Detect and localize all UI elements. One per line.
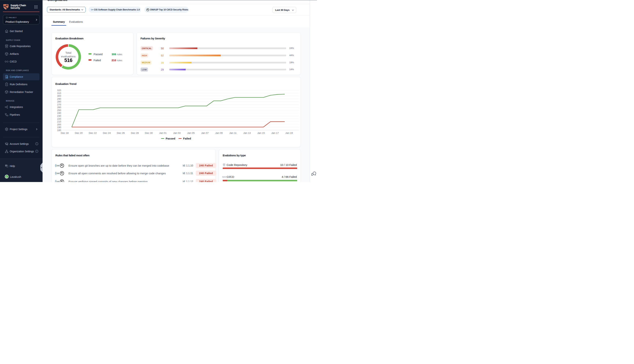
- svg-text:300: 300: [57, 94, 61, 97]
- svg-text:Jan 11: Jan 11: [229, 132, 237, 134]
- svg-text:260: 260: [57, 106, 61, 109]
- svg-text:516: 516: [64, 58, 73, 63]
- svg-text:Passed: Passed: [166, 137, 175, 140]
- svg-text:Jan 07: Jan 07: [201, 132, 209, 134]
- svg-text:280: 280: [57, 100, 61, 103]
- svg-text:Jan 17: Jan 17: [271, 132, 279, 134]
- svg-text:?: ?: [6, 165, 7, 166]
- svg-text:Dec 24: Dec 24: [103, 132, 111, 134]
- svg-text:320: 320: [57, 89, 61, 92]
- svg-text:Dec 28: Dec 28: [131, 132, 139, 134]
- svg-text:CIS: CIS: [57, 181, 59, 182]
- svg-text:CIS: CIS: [92, 9, 93, 10]
- svg-text:270: 270: [57, 103, 61, 106]
- svg-text:210: 210: [57, 120, 61, 123]
- svg-text:Dec 18: Dec 18: [61, 132, 69, 134]
- svg-text:Jan 09: Jan 09: [215, 132, 223, 134]
- svg-text:200: 200: [57, 123, 61, 126]
- svg-text:240: 240: [57, 112, 61, 114]
- svg-text:290: 290: [57, 97, 61, 100]
- svg-text:Jan 03: Jan 03: [173, 132, 181, 134]
- svg-text:180: 180: [57, 129, 61, 132]
- svg-text:Dec 26: Dec 26: [117, 132, 125, 134]
- svg-text:CIS: CIS: [57, 172, 59, 174]
- svg-text:220: 220: [57, 117, 61, 120]
- svg-text:230: 230: [57, 114, 61, 117]
- svg-text:Failed: Failed: [94, 59, 101, 62]
- svg-text:CIS: CIS: [57, 165, 59, 166]
- svg-text:rules: rules: [117, 53, 122, 56]
- svg-text:Jan 19: Jan 19: [285, 132, 293, 134]
- svg-text:Jan 15: Jan 15: [257, 132, 265, 134]
- svg-text:306: 306: [112, 52, 116, 56]
- svg-text:Jan 05: Jan 05: [187, 132, 195, 134]
- svg-text:Failed: Failed: [183, 137, 191, 140]
- svg-text:310: 310: [57, 92, 61, 94]
- svg-text:Dec 22: Dec 22: [89, 132, 97, 134]
- svg-text:250: 250: [57, 109, 61, 112]
- svg-text:rules: rules: [117, 59, 122, 62]
- svg-text:190: 190: [57, 126, 61, 129]
- svg-text:Passed: Passed: [94, 52, 103, 56]
- svg-text:Jan 13: Jan 13: [243, 132, 251, 134]
- svg-text:Dec 20: Dec 20: [75, 132, 83, 134]
- svg-text:210: 210: [112, 59, 116, 62]
- svg-text:Jan 01: Jan 01: [159, 132, 167, 134]
- svg-text:Total: Total: [65, 51, 71, 54]
- svg-text:Dec 30: Dec 30: [145, 132, 153, 134]
